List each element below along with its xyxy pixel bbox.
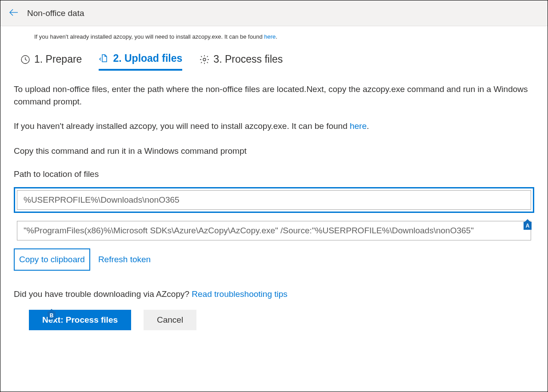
install-text: If you haven't already installed azcopy,… [14, 120, 534, 132]
back-icon[interactable] [8, 7, 19, 19]
here-link[interactable]: here [350, 121, 367, 131]
install-suffix: . [367, 121, 369, 131]
command-container: "%ProgramFiles(x86)%\Microsoft SDKs\Azur… [14, 221, 534, 240]
top-install-info: If you haven't already installed azcopy,… [0, 26, 548, 40]
clock-icon [20, 54, 31, 65]
svg-point-2 [203, 58, 206, 61]
intro-text: To upload non-office files, enter the pa… [14, 83, 534, 108]
path-label: Path to location of files [14, 169, 534, 179]
cancel-button[interactable]: Cancel [144, 310, 196, 330]
page-title: Non-office data [27, 8, 84, 18]
path-input-container [14, 187, 534, 213]
tab-upload-label: 2. Upload files [113, 52, 182, 64]
copy-prompt: Copy this command and run it in a Window… [14, 145, 534, 157]
tab-prepare-label: 1. Prepare [34, 53, 82, 65]
install-prefix: If you haven't already installed azcopy,… [14, 121, 350, 131]
command-output[interactable]: "%ProgramFiles(x86)%\Microsoft SDKs\Azur… [17, 221, 531, 240]
path-input[interactable] [17, 190, 531, 210]
file-upload-icon [99, 53, 109, 64]
top-install-suffix: . [276, 33, 277, 40]
wizard-tabs: 1. Prepare 2. Upload files 3. Process fi… [0, 40, 548, 71]
refresh-token-button[interactable]: Refresh token [96, 249, 153, 270]
callout-badge-b: B [48, 312, 56, 320]
trouble-prefix: Did you have trouble downloading via AZc… [14, 289, 192, 299]
troubleshooting-link[interactable]: Read troubleshooting tips [192, 289, 287, 299]
tab-process-label: 3. Process files [213, 53, 283, 65]
tab-prepare[interactable]: 1. Prepare [20, 52, 82, 71]
copy-clipboard-button[interactable]: Copy to clipboard [14, 248, 90, 271]
next-button[interactable]: Next: Process files [29, 310, 131, 330]
tab-upload[interactable]: 2. Upload files [99, 52, 182, 71]
top-install-text: If you haven't already installed azcopy,… [34, 33, 264, 40]
tab-process[interactable]: 3. Process files [199, 52, 283, 71]
callout-badge-a: A [524, 222, 532, 230]
gear-icon [199, 54, 210, 65]
top-here-link[interactable]: here [264, 33, 276, 40]
trouble-row: Did you have trouble downloading via AZc… [14, 289, 534, 299]
page-header: Non-office data [0, 0, 548, 26]
